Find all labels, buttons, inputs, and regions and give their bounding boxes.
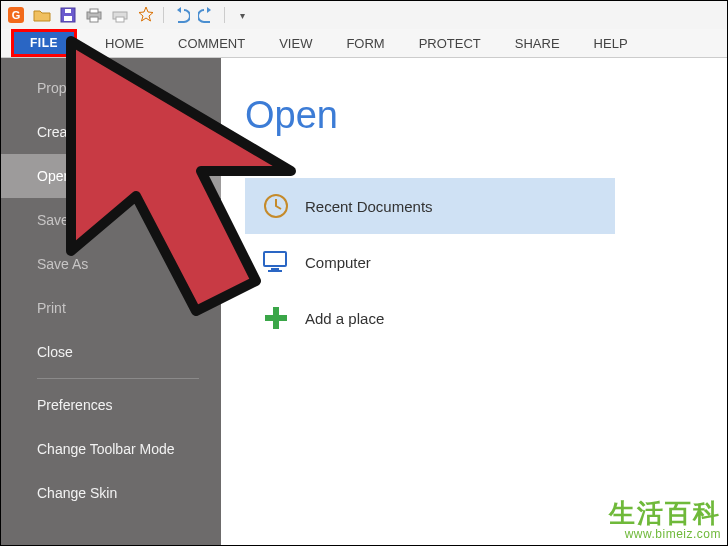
star-icon[interactable]	[137, 6, 155, 24]
sidebar-item-change-skin[interactable]: Change Skin	[1, 471, 221, 515]
print-preview-icon[interactable]	[111, 6, 129, 24]
sidebar-item-close[interactable]: Close	[1, 330, 221, 374]
page-title: Open	[245, 94, 338, 137]
svg-rect-11	[264, 252, 286, 266]
sidebar-item-label: Create	[37, 124, 79, 140]
sidebar-item-label: Preferences	[37, 397, 112, 413]
sidebar-item-save[interactable]: Save	[1, 198, 221, 242]
sidebar-item-label: Change Skin	[37, 485, 117, 501]
svg-rect-9	[116, 17, 124, 22]
svg-text:G: G	[12, 9, 21, 21]
sidebar-item-open[interactable]: Open	[1, 154, 221, 198]
save-icon[interactable]	[59, 6, 77, 24]
redo-icon[interactable]	[198, 6, 216, 24]
place-recent-documents[interactable]: Recent Documents	[245, 178, 615, 234]
sidebar-item-label: Save As	[37, 256, 88, 272]
sidebar-divider	[37, 378, 199, 379]
open-places-list: Recent Documents Computer Add a place	[245, 178, 615, 346]
place-label: Add a place	[305, 310, 384, 327]
svg-rect-4	[65, 9, 71, 13]
sidebar-item-print[interactable]: Print	[1, 286, 221, 330]
file-tab-highlight: FILE	[11, 29, 77, 57]
sidebar-item-label: Save	[37, 212, 69, 228]
backstage-sidebar: Properties Create Open Save Save As Prin…	[1, 58, 221, 545]
sidebar-item-create[interactable]: Create	[1, 110, 221, 154]
app-logo-icon: G	[7, 6, 25, 24]
plus-icon	[261, 305, 291, 331]
tab-home[interactable]: HOME	[99, 29, 150, 57]
svg-rect-12	[271, 268, 279, 270]
divider	[163, 7, 164, 23]
sidebar-item-label: Open	[37, 168, 71, 184]
sidebar-item-label: Close	[37, 344, 73, 360]
quick-access-toolbar: G ▾	[1, 1, 727, 29]
sidebar-item-properties[interactable]: Properties	[1, 66, 221, 110]
tab-share[interactable]: SHARE	[509, 29, 566, 57]
sidebar-item-preferences[interactable]: Preferences	[1, 383, 221, 427]
place-label: Recent Documents	[305, 198, 433, 215]
clock-icon	[261, 193, 291, 219]
tab-form[interactable]: FORM	[340, 29, 390, 57]
sidebar-item-label: Change Toolbar Mode	[37, 441, 175, 457]
tab-file[interactable]: FILE	[14, 32, 74, 54]
print-icon[interactable]	[85, 6, 103, 24]
sidebar-item-label: Print	[37, 300, 66, 316]
tab-protect[interactable]: PROTECT	[413, 29, 487, 57]
sidebar-item-change-toolbar-mode[interactable]: Change Toolbar Mode	[1, 427, 221, 471]
customize-toolbar-dropdown[interactable]: ▾	[233, 6, 251, 24]
open-icon[interactable]	[33, 6, 51, 24]
tab-comment[interactable]: COMMENT	[172, 29, 251, 57]
sidebar-item-label: Properties	[37, 80, 101, 96]
undo-icon[interactable]	[172, 6, 190, 24]
svg-rect-15	[265, 315, 287, 321]
svg-rect-6	[90, 9, 98, 13]
tab-help[interactable]: HELP	[588, 29, 634, 57]
svg-rect-7	[90, 17, 98, 22]
tab-view[interactable]: VIEW	[273, 29, 318, 57]
place-add-a-place[interactable]: Add a place	[245, 290, 615, 346]
sidebar-item-save-as[interactable]: Save As	[1, 242, 221, 286]
svg-rect-3	[64, 16, 72, 21]
place-label: Computer	[305, 254, 371, 271]
computer-icon	[261, 249, 291, 275]
place-computer[interactable]: Computer	[245, 234, 615, 290]
backstage-content: Open Recent Documents Computer	[221, 58, 727, 545]
ribbon-tabs: FILE HOME COMMENT VIEW FORM PROTECT SHAR…	[1, 29, 727, 58]
divider	[224, 7, 225, 23]
svg-rect-13	[268, 270, 282, 272]
